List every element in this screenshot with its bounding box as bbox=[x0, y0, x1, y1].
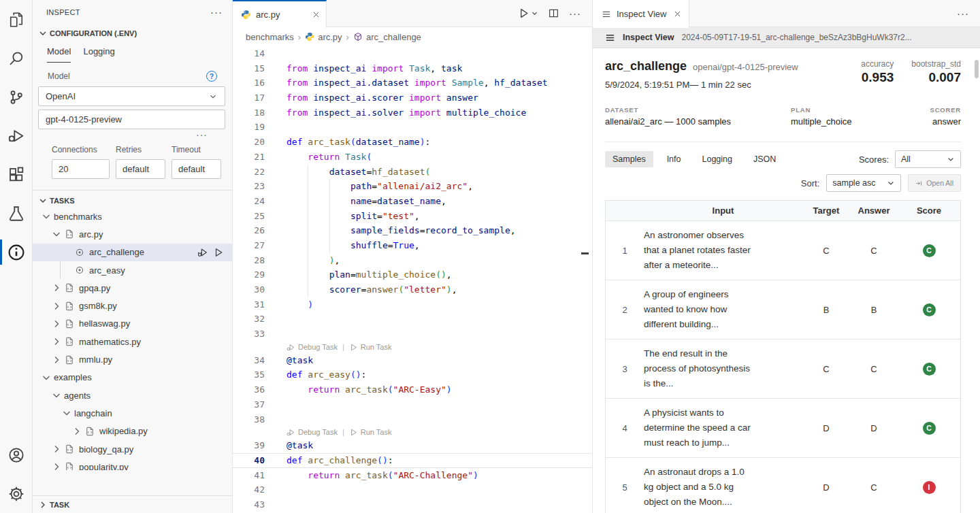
line-number: 27 bbox=[233, 238, 265, 253]
task-tree-item-gpqa-py[interactable]: gpqa.py bbox=[33, 279, 232, 297]
panel-more-icon[interactable]: ··· bbox=[957, 11, 969, 16]
sample-score: C bbox=[898, 363, 960, 376]
task-tree-item-benchmarks[interactable]: benchmarks bbox=[33, 208, 232, 225]
task-tree-item-mathematics-py[interactable]: mathematics.py bbox=[33, 333, 232, 350]
model-provider-select[interactable]: OpenAI bbox=[38, 86, 225, 106]
sample-input: A group of engineers wanted to know how … bbox=[644, 287, 802, 332]
task-tree-item-gsm8k-py[interactable]: gsm8k.py bbox=[33, 297, 232, 314]
debug-task-icon[interactable] bbox=[197, 247, 208, 258]
code-line-31: 31 ) bbox=[233, 297, 592, 312]
meta-dataset: DATASET allenai/ai2_arc — 1000 samples bbox=[605, 106, 791, 127]
line-number: 21 bbox=[233, 150, 265, 165]
metric-bootstrap-std: bootstrap_std 0.007 bbox=[911, 59, 961, 85]
explorer-icon[interactable] bbox=[0, 0, 33, 39]
field-input-connections[interactable]: 20 bbox=[52, 159, 110, 179]
editor-more-icon[interactable]: ··· bbox=[569, 11, 581, 16]
codelens-run-task[interactable]: Run Task bbox=[361, 427, 392, 438]
tab-inspect-view[interactable]: Inspect View bbox=[593, 0, 689, 28]
run-python-file-button[interactable] bbox=[518, 7, 538, 19]
sidebar-more-icon[interactable]: ··· bbox=[210, 10, 223, 15]
line-number: 18 bbox=[233, 105, 265, 120]
model-more-icon[interactable]: ··· bbox=[33, 129, 232, 138]
codelens-debug-task[interactable]: Debug Task bbox=[298, 427, 338, 438]
task-tree-item-hellaswag-py[interactable]: hellaswag.py bbox=[33, 315, 232, 333]
task-tree-item-arc-py[interactable]: arc.py bbox=[33, 225, 232, 243]
tab-logging[interactable]: Logging bbox=[83, 46, 114, 63]
testing-icon[interactable] bbox=[0, 194, 33, 233]
codelens-run-task[interactable]: Run Task bbox=[361, 342, 392, 353]
code-editor[interactable]: 1415from inspect_ai import Task, task16f… bbox=[233, 46, 592, 513]
run-task-icon[interactable] bbox=[213, 247, 224, 258]
column-answer: Answer bbox=[850, 205, 898, 216]
settings-icon[interactable] bbox=[0, 474, 33, 513]
source-control-icon[interactable] bbox=[0, 78, 33, 116]
tab-arc-py[interactable]: arc.py bbox=[233, 0, 327, 28]
task-tree-item-mmlu-py[interactable]: mmlu.py bbox=[33, 350, 232, 368]
inspect-ai-icon[interactable] bbox=[0, 233, 33, 271]
sample-input: The end result in the process of photosy… bbox=[644, 346, 802, 391]
code-line-18: 18from inspect_ai.solver import multiple… bbox=[233, 105, 592, 120]
sort-select[interactable]: sample asc bbox=[826, 174, 901, 192]
panel-scrollbar[interactable] bbox=[975, 60, 979, 78]
line-number: 22 bbox=[233, 165, 265, 180]
breadcrumb-benchmarks[interactable]: benchmarks bbox=[246, 32, 294, 42]
sample-row-2[interactable]: 2A group of engineers wanted to know how… bbox=[606, 280, 960, 340]
task-tree-item-biology_qa-py[interactable]: biology_qa.py bbox=[33, 440, 232, 458]
run-debug-icon[interactable] bbox=[0, 116, 33, 155]
task-section-header[interactable]: TASK bbox=[33, 495, 232, 513]
field-input-timeout[interactable]: default bbox=[172, 159, 221, 179]
breadcrumb-arc-challenge[interactable]: arc_challenge bbox=[366, 32, 421, 42]
task-tree-item-arc_challenge[interactable]: arc_challenge bbox=[33, 244, 232, 261]
connection-fields: Connections20RetriesdefaultTimeoutdefaul… bbox=[33, 138, 232, 179]
code-line-36: 36 return arc_task("ARC-Easy") bbox=[233, 382, 592, 397]
search-icon[interactable] bbox=[0, 39, 33, 78]
split-editor-icon[interactable] bbox=[549, 8, 559, 18]
tab-samples[interactable]: Samples bbox=[605, 151, 653, 167]
tree-item-label: hellaswag.py bbox=[79, 318, 130, 329]
tab-json[interactable]: JSON bbox=[746, 151, 783, 167]
line-content bbox=[265, 327, 287, 342]
menu-icon[interactable] bbox=[605, 33, 615, 43]
tasks-section-header[interactable]: TASKS bbox=[33, 190, 232, 208]
open-all-button[interactable]: Open All bbox=[908, 174, 961, 192]
model-name-input[interactable]: gpt-4-0125-preview bbox=[38, 110, 225, 129]
line-number: 16 bbox=[233, 76, 265, 90]
task-tree-item-agents[interactable]: agents bbox=[33, 386, 232, 404]
task-tree-item-popularity-py[interactable]: popularity.py bbox=[33, 458, 232, 470]
close-tab-icon[interactable] bbox=[673, 10, 682, 18]
column-score: Score bbox=[898, 205, 960, 216]
scores-select[interactable]: All bbox=[895, 150, 961, 168]
line-content: from inspect_ai import Task, task bbox=[265, 61, 462, 76]
account-icon[interactable] bbox=[0, 435, 33, 474]
sample-row-5[interactable]: 5An astronaut drops a 1.0 kg object and … bbox=[606, 458, 960, 513]
sample-row-3[interactable]: 3The end result in the process of photos… bbox=[606, 340, 960, 399]
sort-label: Sort: bbox=[801, 178, 819, 188]
configuration-section-header[interactable]: CONFIGURATION (.ENV) bbox=[33, 24, 232, 42]
log-file-name[interactable]: 2024-05-09T17-19-51_arc-challenge_beSzAz… bbox=[682, 33, 971, 42]
code-line-40: 40def arc_challenge(): bbox=[233, 453, 592, 468]
task-tree-item-examples[interactable]: examples bbox=[33, 369, 232, 386]
code-line-24: 24 name=dataset_name, bbox=[233, 194, 592, 209]
sample-row-4[interactable]: 4A physicist wants to determine the spee… bbox=[606, 399, 960, 458]
codelens-debug-task[interactable]: Debug Task bbox=[298, 342, 338, 353]
task-target-icon bbox=[74, 247, 85, 258]
code-line-26: 26 sample_fields=record_to_sample, bbox=[233, 223, 592, 238]
breadcrumb-arc-py[interactable]: arc.py bbox=[318, 32, 342, 42]
sample-answer: D bbox=[850, 423, 898, 433]
sample-target: D bbox=[802, 423, 850, 433]
line-content: shuffle=True, bbox=[265, 238, 420, 253]
tab-info[interactable]: Info bbox=[659, 151, 689, 167]
tab-model[interactable]: Model bbox=[47, 46, 71, 63]
task-tree-item-arc_easy[interactable]: arc_easy bbox=[33, 261, 232, 279]
activity-bar bbox=[0, 0, 33, 513]
extensions-icon[interactable] bbox=[0, 155, 33, 194]
field-input-retries[interactable]: default bbox=[116, 159, 165, 179]
codelens-separator: | bbox=[342, 342, 344, 353]
help-icon[interactable]: ? bbox=[206, 71, 217, 82]
task-tree-item-wikipedia-py[interactable]: wikipedia.py bbox=[33, 423, 232, 440]
sample-row-1[interactable]: 1An astronomer observes that a planet ro… bbox=[606, 221, 960, 280]
close-tab-icon[interactable] bbox=[312, 10, 321, 19]
indent-guide bbox=[308, 165, 308, 297]
task-tree-item-langchain[interactable]: langchain bbox=[33, 404, 232, 422]
tab-logging[interactable]: Logging bbox=[695, 151, 740, 167]
